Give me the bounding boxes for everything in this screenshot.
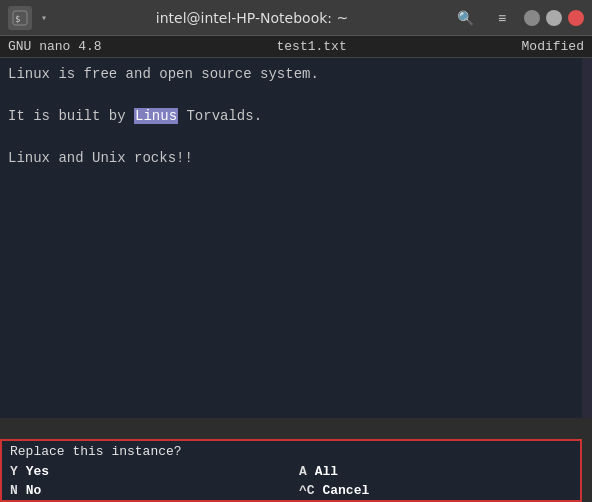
- nano-filename: test1.txt: [276, 39, 346, 54]
- no-label: No: [26, 483, 42, 498]
- cancel-key: ^C: [299, 483, 315, 498]
- search-button[interactable]: 🔍: [452, 4, 480, 32]
- cancel-label: Cancel: [322, 483, 369, 498]
- titlebar-controls: 🔍 ≡: [452, 4, 584, 32]
- editor-line-4: [8, 127, 584, 148]
- minimize-button[interactable]: [524, 10, 540, 26]
- terminal-icon: $: [8, 6, 32, 30]
- option-no[interactable]: N No: [2, 481, 291, 500]
- replace-question: Replace this instance?: [2, 441, 580, 462]
- window-buttons: [524, 10, 584, 26]
- all-label: All: [315, 464, 338, 479]
- editor-line-3: It is built by Linus Torvalds.: [8, 106, 584, 127]
- titlebar: $ ▾ intel@intel-HP-Notebook: ~ 🔍 ≡: [0, 0, 592, 36]
- nano-version: GNU nano 4.8: [8, 39, 102, 54]
- option-all[interactable]: A All: [291, 462, 580, 481]
- nano-topbar: GNU nano 4.8 test1.txt Modified: [0, 36, 592, 58]
- close-button[interactable]: [568, 10, 584, 26]
- option-yes[interactable]: Y Yes: [2, 462, 291, 481]
- scrollbar[interactable]: [582, 58, 592, 418]
- all-key: A: [299, 464, 307, 479]
- option-cancel[interactable]: ^C Cancel: [291, 481, 580, 500]
- no-key: N: [10, 483, 18, 498]
- menu-button[interactable]: ≡: [488, 4, 516, 32]
- dropdown-icon[interactable]: ▾: [36, 10, 52, 26]
- yes-key: Y: [10, 464, 18, 479]
- replace-options: Y Yes A All: [2, 462, 580, 481]
- editor-area[interactable]: Linux is free and open source system. It…: [0, 58, 592, 418]
- highlighted-word: Linus: [134, 108, 178, 124]
- yes-label: Yes: [26, 464, 49, 479]
- titlebar-left: $ ▾: [8, 6, 52, 30]
- window-title: intel@intel-HP-Notebook: ~: [156, 10, 348, 26]
- editor-line-2: [8, 85, 584, 106]
- replace-prompt-box: Replace this instance? Y Yes A All N No …: [0, 439, 582, 502]
- replace-dialog: Replace this instance? Y Yes A All N No …: [0, 439, 582, 502]
- editor-line-1: Linux is free and open source system.: [8, 64, 584, 85]
- svg-text:$: $: [15, 14, 20, 24]
- nano-status: Modified: [522, 39, 584, 54]
- editor-line-5: Linux and Unix rocks!!: [8, 148, 584, 169]
- replace-options-row2: N No ^C Cancel: [2, 481, 580, 500]
- maximize-button[interactable]: [546, 10, 562, 26]
